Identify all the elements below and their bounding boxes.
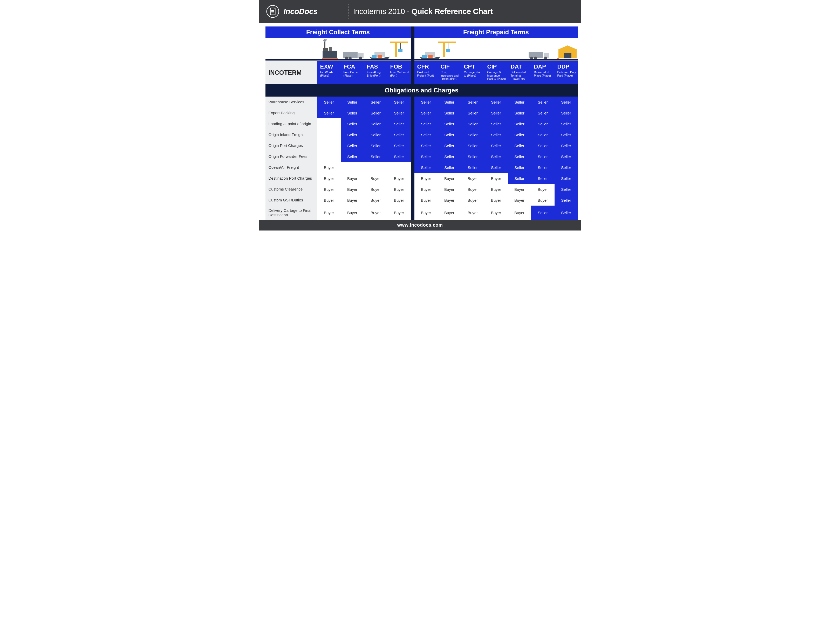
- obligation-cell: Seller: [531, 97, 555, 107]
- obligation-cell: Seller: [341, 107, 364, 118]
- obligation-cell: Buyer: [438, 173, 461, 184]
- incoterm-sub: Cost and Freight (Port): [417, 71, 436, 77]
- obligation-cell: Buyer: [461, 184, 484, 195]
- obligation-cell: Seller: [438, 140, 461, 151]
- obligation-cell: Buyer: [364, 205, 387, 220]
- incoterm-ddp: DDPDelivered Duty Paid (Place): [555, 61, 578, 84]
- svg-rect-21: [390, 41, 408, 43]
- mid-gap-row: [411, 97, 414, 107]
- obligation-cell: Buyer: [484, 173, 508, 184]
- obligation-cell: Seller: [555, 97, 578, 107]
- document-cycle-icon: [266, 4, 280, 19]
- obligation-cell: Buyer: [387, 173, 411, 184]
- svg-rect-18: [372, 55, 377, 58]
- obligation-cell: Seller: [508, 118, 531, 129]
- page-title: Incoterms 2010 - Quick Reference Chart: [353, 7, 493, 16]
- obligation-cell: Buyer: [484, 205, 508, 220]
- incoterm-cpt: CPTCarriage Paid to (Place): [461, 61, 484, 84]
- obligation-cell: Seller: [484, 97, 508, 107]
- obligation-cell: Seller: [438, 151, 461, 162]
- incoterm-sub: Carriage & Insurance Paid to (Place): [487, 71, 506, 80]
- row-label: Destination Port Charges: [266, 173, 317, 184]
- obligation-cell: Buyer: [317, 184, 341, 195]
- obligation-cell: Buyer: [414, 184, 438, 195]
- obligation-cell: Seller: [484, 129, 508, 140]
- row-label: Origin Forwarder Fees: [266, 151, 317, 162]
- row-label: Custom GST/Duties: [266, 195, 317, 205]
- obligation-cell: Seller: [387, 97, 411, 107]
- obligation-cell: Seller: [555, 107, 578, 118]
- incoterm-code: CPT: [464, 64, 483, 69]
- incoterm-code: FOB: [390, 64, 409, 69]
- obligation-cell: [317, 129, 341, 140]
- obligation-cell: Seller: [387, 129, 411, 140]
- incoterm-cip: CIPCarriage & Insurance Paid to (Place): [484, 61, 508, 84]
- obligation-cell: Seller: [414, 162, 438, 173]
- mid-gap: [411, 26, 414, 38]
- obligation-cell: Seller: [484, 162, 508, 173]
- obligation-cell: Seller: [387, 140, 411, 151]
- incoterm-sub: Ex. Words (Place): [320, 71, 339, 77]
- incoterm-sub: Delivered Duty Paid (Place): [558, 71, 576, 77]
- obligation-cell: Seller: [555, 118, 578, 129]
- obligation-cell: Buyer: [317, 205, 341, 220]
- mid-gap-row: [411, 151, 414, 162]
- title-bold: Quick Reference Chart: [411, 7, 492, 16]
- svg-rect-8: [324, 41, 325, 49]
- obligation-cell: Seller: [461, 140, 484, 151]
- obligations-title: Obligations and Charges: [266, 84, 578, 97]
- obligation-cell: Seller: [364, 129, 387, 140]
- obligation-cell: Buyer: [317, 162, 341, 173]
- obligation-cell: Seller: [531, 162, 555, 173]
- svg-rect-39: [414, 59, 578, 60]
- obligation-cell: Seller: [531, 107, 555, 118]
- obligation-cell: Seller: [555, 173, 578, 184]
- header-bar: IncoDocs Incoterms 2010 - Quick Referenc…: [259, 0, 581, 23]
- illustration-right: [414, 38, 578, 61]
- obligation-cell: Seller: [508, 107, 531, 118]
- obligation-cell: Seller: [531, 205, 555, 220]
- obligation-cell: Seller: [555, 184, 578, 195]
- obligation-cell: Seller: [364, 107, 387, 118]
- section-prepaid-bar: Freight Prepaid Terms: [414, 26, 578, 38]
- obligation-cell: Seller: [364, 97, 387, 107]
- svg-rect-28: [443, 41, 445, 57]
- obligation-cell: Seller: [341, 118, 364, 129]
- obligation-cell: Seller: [508, 140, 531, 151]
- illustration-left: [266, 38, 411, 61]
- svg-rect-29: [438, 41, 456, 43]
- obligation-cell: Seller: [364, 140, 387, 151]
- obligation-cell: Buyer: [484, 184, 508, 195]
- obligation-cell: Seller: [461, 129, 484, 140]
- incoterm-label: INCOTERM: [266, 61, 317, 84]
- row-label: Customs Clearence: [266, 184, 317, 195]
- mid-gap-row: [411, 118, 414, 129]
- mid-gap-row: [411, 107, 414, 118]
- obligation-cell: Buyer: [508, 195, 531, 205]
- obligation-cell: Buyer: [461, 195, 484, 205]
- mid-gap-row: [411, 162, 414, 173]
- obligation-cell: Seller: [531, 151, 555, 162]
- row-label: Loading at point of origin: [266, 118, 317, 129]
- obligation-cell: Seller: [414, 140, 438, 151]
- obligation-cell: Seller: [508, 173, 531, 184]
- incoterm-fas: FASFree Along Ship (Port): [364, 61, 387, 84]
- obligation-cell: Seller: [484, 107, 508, 118]
- obligation-cell: Buyer: [317, 195, 341, 205]
- obligation-cell: Seller: [438, 129, 461, 140]
- obligation-cell: Seller: [438, 162, 461, 173]
- incoterm-fca: FCAFree Carrier (Place): [341, 61, 364, 84]
- obligation-cell: Buyer: [364, 173, 387, 184]
- obligation-cell: Seller: [364, 118, 387, 129]
- obligation-cell: Seller: [555, 162, 578, 173]
- svg-rect-19: [377, 55, 382, 58]
- obligation-cell: Buyer: [508, 184, 531, 195]
- svg-rect-7: [329, 47, 331, 51]
- obligation-cell: Buyer: [438, 205, 461, 220]
- obligation-cell: Seller: [508, 162, 531, 173]
- obligation-cell: Seller: [484, 151, 508, 162]
- svg-rect-5: [323, 51, 337, 58]
- obligation-cell: Seller: [555, 195, 578, 205]
- incoterm-code: EXW: [320, 64, 339, 69]
- obligation-cell: Seller: [461, 162, 484, 173]
